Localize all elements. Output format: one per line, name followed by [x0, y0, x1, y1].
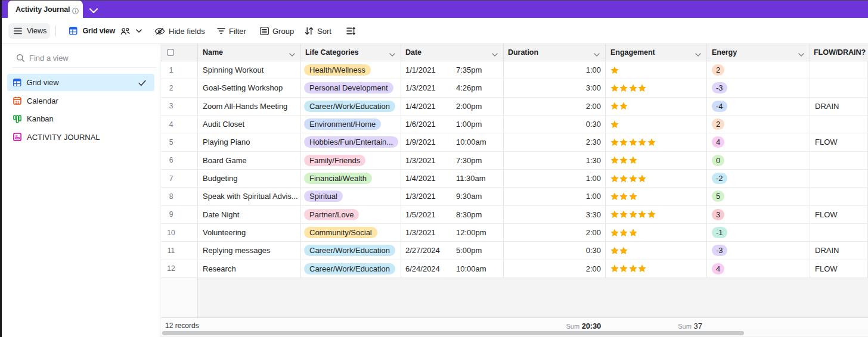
svg-text:31: 31 [16, 101, 20, 104]
